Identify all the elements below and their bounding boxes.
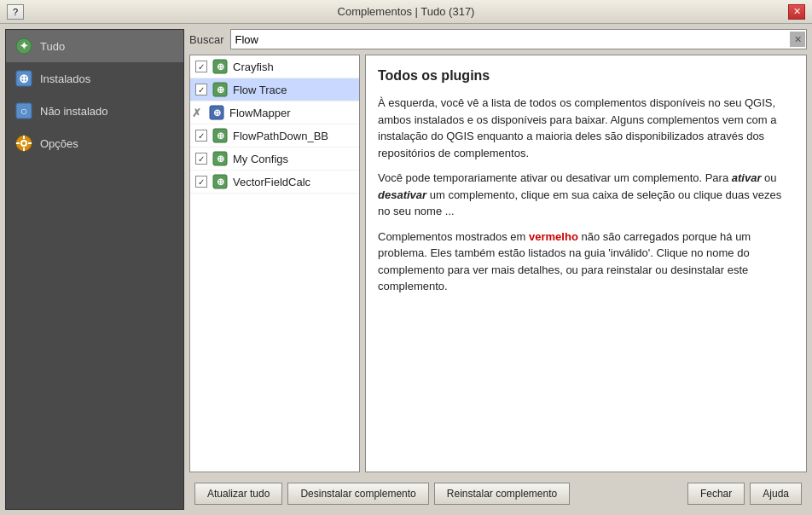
svg-text:⊕: ⊕ xyxy=(213,107,221,118)
sidebar-item-nao-instalado[interactable]: ○ Não instalado xyxy=(6,95,183,127)
sidebar-label-opcoes: Opções xyxy=(40,137,78,150)
desc-para-2: Você pode temporariamente ativar ou desa… xyxy=(378,170,794,220)
plugin-item-flow-trace[interactable]: ⊕ Flow Trace xyxy=(190,78,359,101)
svg-point-8 xyxy=(22,142,26,145)
search-bar: Buscar ✕ xyxy=(189,29,807,49)
atualizar-tudo-button[interactable]: Atualizar tudo xyxy=(194,483,282,505)
sidebar: ✦ Tudo ⊕ Instalados ○ Não instalado xyxy=(5,29,184,510)
svg-text:⊕: ⊕ xyxy=(217,176,224,187)
plugin-checkbox-flowpathdown[interactable] xyxy=(195,130,207,142)
svg-rect-9 xyxy=(23,136,25,139)
title-bar: ? Complementos | Tudo (317) ✕ xyxy=(0,0,812,24)
sidebar-label-instalados: Instalados xyxy=(40,72,90,85)
help-button[interactable]: ? xyxy=(7,4,24,20)
svg-text:✦: ✦ xyxy=(20,40,28,52)
plugin-item-flowpathdown[interactable]: ⊕ FlowPathDown_BB xyxy=(190,124,359,148)
plugin-item-crayfish[interactable]: ⊕ Crayfish xyxy=(190,55,359,78)
close-button[interactable]: ✕ xyxy=(788,4,805,20)
plugin-checkbox-crayfish[interactable] xyxy=(195,61,207,72)
plugin-name-flowmapper: FlowMapper xyxy=(229,107,291,119)
svg-rect-10 xyxy=(23,148,25,151)
flow-trace-plugin-icon: ⊕ xyxy=(212,82,228,97)
plugin-name-flow-trace: Flow Trace xyxy=(233,84,287,96)
sidebar-label-nao-instalado: Não instalado xyxy=(40,105,108,118)
bottom-bar: Atualizar tudo Desinstalar complemento R… xyxy=(189,477,807,510)
crayfish-plugin-icon: ⊕ xyxy=(212,59,228,74)
svg-text:⊕: ⊕ xyxy=(217,84,224,95)
flowmapper-plugin-icon: ⊕ xyxy=(209,105,224,120)
title-bar-title: Complementos | Tudo (317) xyxy=(24,5,788,18)
vectorfieldcalc-plugin-icon: ⊕ xyxy=(212,174,228,189)
svg-text:⊕: ⊕ xyxy=(217,61,224,72)
plugin-list-panel: ⊕ Crayfish ⊕ Flow Trace xyxy=(189,55,360,472)
plugin-name-crayfish: Crayfish xyxy=(233,61,274,73)
sidebar-item-instalados[interactable]: ⊕ Instalados xyxy=(6,62,183,95)
description-panel: Todos os plugins À esquerda, você vê a l… xyxy=(365,55,807,472)
bottom-right-buttons: Fechar Ajuda xyxy=(687,483,802,505)
flowpathdown-plugin-icon: ⊕ xyxy=(212,128,228,143)
fechar-button[interactable]: Fechar xyxy=(687,483,745,505)
desc-para-3: Complementos mostrados em vermelho não s… xyxy=(378,229,794,295)
svg-text:○: ○ xyxy=(20,104,27,118)
red-text: vermelho xyxy=(529,230,578,243)
myconfigs-plugin-icon: ⊕ xyxy=(212,151,228,166)
instalados-icon: ⊕ xyxy=(14,69,33,88)
content-area: ✦ Tudo ⊕ Instalados ○ Não instalado xyxy=(0,24,812,515)
plugin-checkbox-flow-trace[interactable] xyxy=(195,84,207,95)
search-clear-button[interactable]: ✕ xyxy=(790,32,805,47)
reinstalar-button[interactable]: Reinstalar complemento xyxy=(434,483,570,505)
svg-text:⊕: ⊕ xyxy=(19,72,29,85)
bottom-left-buttons: Atualizar tudo Desinstalar complemento R… xyxy=(194,483,570,505)
middle-area: ⊕ Crayfish ⊕ Flow Trace xyxy=(189,55,807,472)
plugin-x-icon: ✗ xyxy=(192,107,201,119)
right-panel: Buscar ✕ ⊕ Crayfi xyxy=(189,29,807,510)
title-bar-controls: ✕ xyxy=(788,4,805,20)
desc-para-1: À esquerda, você vê a lista de todos os … xyxy=(378,95,794,161)
ajuda-button[interactable]: Ajuda xyxy=(750,483,802,505)
plugin-name-flowpathdown: FlowPathDown_BB xyxy=(233,130,328,142)
svg-text:⊕: ⊕ xyxy=(217,153,224,164)
sidebar-item-tudo[interactable]: ✦ Tudo xyxy=(6,30,183,62)
plugin-item-flowmapper[interactable]: ✗ ⊕ FlowMapper xyxy=(190,101,359,124)
search-label: Buscar xyxy=(189,33,223,46)
search-input[interactable] xyxy=(230,29,807,49)
svg-rect-12 xyxy=(28,142,32,144)
main-window: ✦ Tudo ⊕ Instalados ○ Não instalado xyxy=(0,24,812,515)
svg-text:⊕: ⊕ xyxy=(217,130,224,141)
tudo-icon: ✦ xyxy=(14,37,33,55)
plugin-name-vectorfieldcalc: VectorFieldCalc xyxy=(233,176,310,188)
plugin-checkbox-vectorfieldcalc[interactable] xyxy=(195,176,207,188)
plugin-item-vectorfieldcalc[interactable]: ⊕ VectorFieldCalc xyxy=(190,171,359,194)
sidebar-item-opcoes[interactable]: Opções xyxy=(6,127,183,159)
plugin-checkbox-myconfigs[interactable] xyxy=(195,153,207,165)
plugin-name-myconfigs: My Configs xyxy=(233,153,288,165)
search-input-wrapper: ✕ xyxy=(230,29,807,49)
nao-instalado-icon: ○ xyxy=(14,101,33,120)
plugin-item-myconfigs[interactable]: ⊕ My Configs xyxy=(190,148,359,171)
opcoes-icon xyxy=(14,134,33,153)
desinstalar-button[interactable]: Desinstalar complemento xyxy=(287,483,428,505)
description-body: À esquerda, você vê a lista de todos os … xyxy=(378,95,794,295)
svg-rect-11 xyxy=(16,142,20,144)
sidebar-label-tudo: Tudo xyxy=(40,40,65,53)
description-title: Todos os plugins xyxy=(378,66,794,86)
